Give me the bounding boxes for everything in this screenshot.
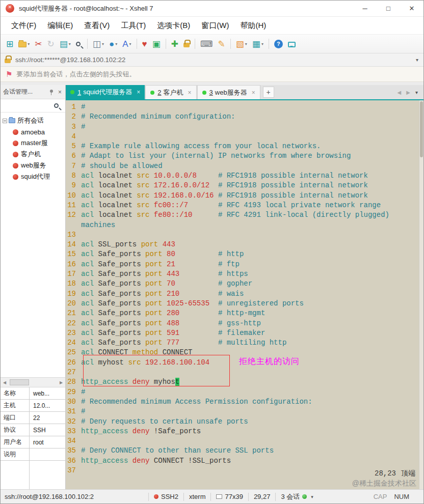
menu-item[interactable]: 帮助(H) [234, 19, 272, 33]
new-tab-button[interactable]: + [263, 87, 274, 98]
fullscreen-icon[interactable]: ✚ [169, 37, 180, 51]
text-segment [214, 191, 218, 200]
session-icon [13, 174, 18, 180]
line-number: 11 [66, 201, 81, 210]
text-segment: # https [218, 270, 248, 278]
pin-icon[interactable] [49, 89, 54, 95]
lock-screen-icon[interactable] [181, 37, 192, 51]
session-menu-icon[interactable]: ▾ [311, 494, 313, 499]
tab-close-icon[interactable]: × [188, 89, 192, 96]
text-segment: acl [81, 339, 98, 347]
file-transfer-icon[interactable]: ▧▾ [234, 37, 249, 51]
proxy-globe-icon[interactable]: ●▾ [107, 37, 119, 51]
text-segment: 591 [167, 329, 179, 337]
keyboard-icon[interactable]: ⌨ [198, 37, 215, 51]
line-number: 9 [66, 181, 81, 190]
address-bar[interactable]: ssh://root:******@192.168.100.102:22 ▾ [1, 53, 423, 67]
text-segment: # ftp [218, 260, 240, 268]
terminal-scrollbar[interactable] [419, 100, 423, 489]
terminal-line: 2# Recommended minimum configuration: [66, 112, 418, 122]
status-terminal-type: xterm [189, 493, 206, 500]
scrollbar-track[interactable] [9, 379, 57, 386]
line-text: acl Safe_ports port 210 # wais [81, 290, 244, 298]
session-tree-item[interactable]: web服务 [1, 160, 65, 171]
terminal[interactable]: 1#2# Recommended minimum configuration:3… [66, 100, 423, 489]
dropdown-caret: ▾ [115, 42, 117, 46]
tab-nav-forward-icon[interactable]: ▶ [404, 90, 413, 95]
address-dropdown-icon[interactable]: ▾ [415, 57, 419, 63]
text-segment: # gss-http [218, 319, 261, 327]
session-tree-item[interactable]: squid代理 [1, 171, 65, 182]
tab-web服务器[interactable]: 3web服务器× [197, 85, 260, 99]
line-text: acl localnet src 192.168.0.0/16 # RFC191… [81, 191, 368, 200]
search-icon[interactable] [54, 103, 59, 108]
status-session-count[interactable]: 3 会话▾ [281, 492, 313, 501]
menu-item[interactable]: 查看(V) [78, 19, 115, 33]
menu-item[interactable]: 编辑(E) [42, 19, 78, 33]
scroll-left-icon[interactable]: ◀ [1, 380, 9, 385]
tab-nav-back-icon[interactable]: ◀ [395, 90, 404, 95]
line-number: 20 [66, 299, 81, 309]
scrollbar-thumb[interactable] [10, 379, 29, 385]
text-segment: port [145, 309, 167, 317]
help-icon[interactable]: ? [272, 37, 285, 51]
session-properties-icon[interactable]: ▤▾ [58, 37, 73, 51]
sidebar-horizontal-scrollbar[interactable]: ◀ ▶ [1, 377, 65, 387]
tree-root[interactable]: 所有会话 [1, 115, 65, 126]
panel-close-icon[interactable]: × [57, 89, 63, 96]
tab-客户机[interactable]: 2客户机× [145, 85, 196, 99]
highlight-pen-icon[interactable]: ✎ [216, 37, 227, 51]
session-label: squid代理 [21, 172, 50, 181]
open-session-icon[interactable]: ▾ [16, 37, 32, 51]
scroll-right-icon[interactable]: ▶ [57, 380, 65, 385]
menu-item[interactable]: 工具(T) [115, 19, 151, 33]
menu-item[interactable]: 文件(F) [6, 19, 42, 33]
disconnect-icon[interactable]: ✂ [33, 37, 44, 51]
line-number: 17 [66, 269, 81, 279]
close-button[interactable]: ✕ [400, 1, 423, 17]
line-text: # Example rule allowing access from your… [81, 142, 321, 150]
split-screen-icon[interactable]: ◫▾ [91, 37, 106, 51]
dropdown-caret: ▾ [102, 42, 104, 46]
property-row: 用户名root [1, 436, 65, 449]
text-segment: port [145, 319, 167, 327]
flag-icon: ⚑ [6, 70, 12, 79]
minimize-button[interactable]: ─ [353, 1, 377, 17]
menu-item[interactable]: 选项卡(B) [151, 19, 196, 33]
tab-close-icon[interactable]: × [137, 89, 140, 96]
terminal-scrollbar-thumb[interactable] [420, 101, 423, 157]
text-segment: # [81, 388, 85, 396]
line-text: # Adapt to list your (internal) IP netwo… [81, 152, 351, 160]
text-segment: CONNECT !SSL_ports [154, 457, 231, 465]
menu-item[interactable]: 窗口(W) [196, 19, 234, 33]
line-number: 24 [66, 338, 81, 348]
glyph: ✎ [218, 40, 225, 48]
compose-bar-icon[interactable]: ▣ [150, 37, 163, 51]
terminal-line: 13 [66, 230, 418, 240]
session-tree-item[interactable]: 客户机 [1, 149, 65, 160]
reconnect-icon[interactable]: ↻ [45, 37, 57, 51]
chat-icon[interactable] [286, 37, 298, 51]
find-icon[interactable] [74, 37, 84, 51]
maximize-button[interactable]: □ [377, 1, 400, 17]
property-row: 端口22 [1, 412, 65, 424]
line-number: 32 [66, 417, 81, 427]
text-segment: localnet [98, 172, 137, 180]
tab-close-icon[interactable]: × [252, 89, 255, 96]
session-tree-item[interactable]: amoeba [1, 126, 65, 137]
line-text: # [81, 103, 85, 111]
quick-commands-icon[interactable]: ♥ [140, 37, 149, 51]
text-segment: # [81, 123, 85, 131]
font-icon[interactable]: A▾ [120, 37, 133, 51]
line-number: 30 [66, 397, 81, 407]
tab-menu-icon[interactable]: ▾ [413, 90, 420, 95]
text-segment: # Deny CONNECT to other than secure SSL … [81, 446, 274, 455]
new-session-icon[interactable]: ⊞ [4, 37, 15, 51]
line-number: 7 [66, 161, 81, 171]
tab-squid代理服务器[interactable]: 1squid代理服务器× [66, 85, 145, 99]
tree-collapse-icon[interactable] [3, 119, 7, 123]
toolbar-divider [137, 39, 137, 49]
session-tree-item[interactable]: master服 [1, 137, 65, 149]
tile-windows-icon[interactable]: ▦▾ [250, 37, 266, 51]
line-number: 2 [66, 112, 81, 122]
